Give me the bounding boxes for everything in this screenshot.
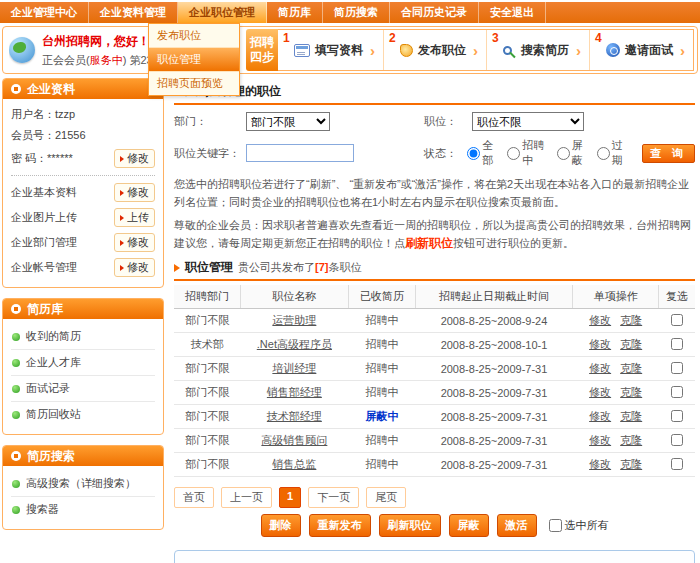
keyword-input[interactable]	[246, 144, 354, 162]
clone-link[interactable]: 克隆	[620, 386, 642, 398]
profile-link-row: 企业图片上传 上传	[11, 205, 155, 230]
bulk-action-button[interactable]: 激活	[497, 514, 537, 537]
page-button[interactable]: 首页	[174, 487, 214, 508]
job-row-checkbox[interactable]	[671, 362, 683, 374]
recruit-step[interactable]: 2 发布职位 ›	[383, 30, 486, 70]
nav-tab[interactable]: 企业职位管理	[178, 2, 267, 23]
status-radio-option[interactable]: 招聘中	[507, 138, 550, 168]
edit-link[interactable]: 修改	[589, 338, 611, 350]
job-name-link[interactable]: 技术部经理	[267, 410, 322, 422]
edit-link[interactable]: 修改	[589, 362, 611, 374]
job-row-checkbox[interactable]	[671, 338, 683, 350]
job-row: 部门不限 运营助理 招聘中 2008-8-25~2008-9-24 修改 克隆	[174, 309, 695, 333]
clone-link[interactable]: 克隆	[620, 362, 642, 374]
refresh-jobs-link[interactable]: 刷新职位	[405, 236, 453, 250]
sidebar-link[interactable]: 简历回收站	[11, 402, 155, 427]
job-row-checkbox[interactable]	[671, 434, 683, 446]
pagination: 首页 上一页 1 下一页 尾页	[174, 487, 695, 508]
select-all[interactable]: 选中所有	[549, 518, 609, 533]
job-name-link[interactable]: 培训经理	[272, 362, 316, 374]
job-name-link[interactable]: 高级销售顾问	[261, 434, 327, 446]
bulk-action-button[interactable]: 重新发布	[309, 514, 371, 537]
page-button[interactable]: 下一页	[308, 487, 359, 508]
job-row-checkbox[interactable]	[671, 386, 683, 398]
job-name-link[interactable]: .Net高级程序员	[257, 338, 332, 350]
select-all-checkbox[interactable]	[549, 519, 562, 532]
nav-dropdown: 发布职位 职位管理 招聘页面预览	[148, 23, 240, 96]
dept-select[interactable]: 部门不限	[246, 112, 330, 131]
profile-link-label: 企业基本资料	[11, 185, 77, 200]
sidebar-link[interactable]: 收到的简历	[11, 324, 155, 350]
page-button[interactable]: 尾页	[366, 487, 406, 508]
modify-password-button[interactable]: 修改	[114, 149, 155, 168]
profile-action-button[interactable]: 修改	[114, 183, 155, 202]
profile-link-row: 企业帐号管理 修改	[11, 255, 155, 280]
clone-link[interactable]: 克隆	[620, 434, 642, 446]
sidebar-link[interactable]: 面试记录	[11, 376, 155, 402]
clone-link[interactable]: 克隆	[620, 458, 642, 470]
profile-action-button[interactable]: 修改	[114, 258, 155, 277]
status-label: 状态：	[424, 146, 467, 161]
recruit-step[interactable]: 4 邀请面试 ›	[589, 30, 693, 70]
job-status: 招聘中	[365, 314, 398, 326]
top-nav: 企业管理中心 企业资料管理 企业职位管理 简历库 简历搜索 合同历史记录 安全退…	[0, 2, 700, 23]
profile-action-button[interactable]: 上传	[114, 208, 155, 227]
nav-tab[interactable]: 简历库	[267, 2, 323, 23]
job-row-checkbox[interactable]	[671, 458, 683, 470]
sidebar-link[interactable]: 高级搜索（详细搜索）	[11, 471, 155, 497]
status-radio[interactable]	[597, 147, 610, 160]
recruit-step[interactable]: 3 搜索简历 ›	[486, 30, 589, 70]
status-radio[interactable]	[467, 147, 480, 160]
status-radio[interactable]	[507, 147, 520, 160]
resume-search-header: 简历搜索	[3, 446, 163, 466]
edit-link[interactable]: 修改	[589, 458, 611, 470]
job-name-link[interactable]: 销售总监	[272, 458, 316, 470]
position-select[interactable]: 职位不限	[472, 112, 584, 131]
column-header: 招聘部门	[174, 285, 240, 309]
profile-action-button[interactable]: 修改	[114, 233, 155, 252]
bulk-action-button[interactable]: 删除	[261, 514, 301, 537]
job-name-link[interactable]: 运营助理	[272, 314, 316, 326]
status-radio[interactable]	[557, 147, 570, 160]
edit-link[interactable]: 修改	[589, 434, 611, 446]
dropdown-item[interactable]: 发布职位	[149, 24, 239, 48]
job-dept: 部门不限	[174, 453, 240, 477]
nav-tab[interactable]: 安全退出	[479, 2, 546, 23]
column-header: 复选	[659, 285, 695, 309]
edit-link[interactable]: 修改	[589, 410, 611, 422]
job-status: 招聘中	[365, 386, 398, 398]
nav-tab[interactable]: 企业资料管理	[89, 2, 178, 23]
job-status: 屏蔽中	[365, 410, 398, 422]
dropdown-item[interactable]: 职位管理	[149, 48, 239, 72]
bulk-action-button[interactable]: 屏蔽	[449, 514, 489, 537]
status-radio-option[interactable]: 全部	[467, 138, 500, 168]
job-dept: 部门不限	[174, 357, 240, 381]
job-row-checkbox[interactable]	[671, 314, 683, 326]
edit-link[interactable]: 修改	[589, 386, 611, 398]
search-button[interactable]: 查 询	[642, 144, 695, 163]
status-radio-option[interactable]: 屏蔽	[557, 138, 590, 168]
job-name-link[interactable]: 销售部经理	[267, 386, 322, 398]
clone-link[interactable]: 克隆	[620, 410, 642, 422]
bulk-action-button[interactable]: 刷新职位	[379, 514, 441, 537]
page-button[interactable]: 上一页	[221, 487, 272, 508]
resume-library-box: 简历库 收到的简历 企业人才库 面试记录	[2, 298, 164, 435]
job-row-checkbox[interactable]	[671, 410, 683, 422]
greeting-text: 台州招聘网，您好！	[42, 33, 151, 50]
dropdown-item[interactable]: 招聘页面预览	[149, 72, 239, 95]
brand: 台州招聘网，您好！ 正会会员(服务中) 第2365	[9, 33, 151, 68]
page-button[interactable]: 1	[279, 487, 301, 508]
sidebar-link[interactable]: 企业人才库	[11, 350, 155, 376]
nav-tab[interactable]: 企业管理中心	[0, 2, 89, 23]
step-number: 2	[389, 31, 396, 45]
step-label: 搜索简历	[521, 42, 569, 59]
hand-icon	[400, 44, 413, 57]
clone-link[interactable]: 克隆	[620, 314, 642, 326]
sidebar-link[interactable]: 搜索器	[11, 497, 155, 522]
recruit-step[interactable]: 1 填写资料 ›	[278, 30, 383, 70]
nav-tab[interactable]: 简历搜索	[323, 2, 390, 23]
status-radio-option[interactable]: 过期	[597, 138, 630, 168]
clone-link[interactable]: 克隆	[620, 338, 642, 350]
nav-tab[interactable]: 合同历史记录	[390, 2, 479, 23]
edit-link[interactable]: 修改	[589, 314, 611, 326]
